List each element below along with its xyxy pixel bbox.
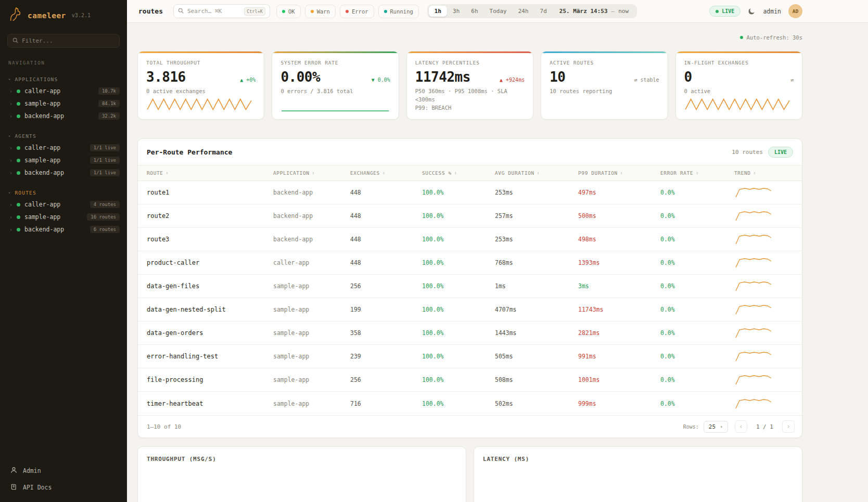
sidebar-item-agents-backend-app[interactable]: ›backend-app1/1 live — [0, 166, 127, 179]
sidebar-item-routes-caller-app[interactable]: ›caller-app4 routes — [0, 198, 127, 211]
range-button-1h[interactable]: 1h — [429, 6, 447, 17]
status-dot-icon — [17, 102, 20, 106]
cell-success: 100.0% — [422, 400, 495, 407]
sidebar-api-docs-link[interactable]: API Docs — [9, 479, 118, 496]
chip-dot-icon — [346, 10, 349, 13]
table-row-error-handling-test[interactable]: error-handling-test sample-app 239 100.0… — [138, 345, 802, 368]
table-row-file-processing[interactable]: file-processing sample-app 256 100.0% 50… — [138, 368, 802, 392]
column-header-success[interactable]: SUCCESS %↕ — [422, 170, 495, 176]
table-live-badge: LIVE — [768, 147, 793, 158]
filter-chip-warn[interactable]: Warn — [305, 5, 336, 18]
cell-success: 100.0% — [422, 329, 495, 337]
bottom-charts: THROUGHPUT (MSG/S)LATENCY (MS) — [137, 446, 802, 502]
section-header-agents[interactable]: ▾AGENTS — [0, 132, 127, 141]
column-header-application[interactable]: APPLICATION↕ — [273, 170, 350, 176]
cell-avg-duration: 502ms — [495, 400, 578, 407]
cell-application: backend-app — [273, 189, 350, 196]
sidebar-item-routes-sample-app[interactable]: ›sample-app16 routes — [0, 211, 127, 223]
table-row-timer-heartbeat[interactable]: timer-heartbeat sample-app 716 100.0% 50… — [138, 392, 802, 415]
cell-route: data-gen-nested-split — [147, 306, 273, 313]
column-header-route[interactable]: ROUTE↕ — [147, 170, 273, 176]
table-row-data-gen-files[interactable]: data-gen-files sample-app 256 100.0% 1ms… — [138, 275, 802, 298]
sidebar-item-badge: 84.1k — [98, 100, 120, 107]
table-row-route3[interactable]: route3 backend-app 448 100.0% 253ms 498m… — [138, 228, 802, 251]
global-search-input[interactable] — [187, 8, 240, 15]
sidebar-filter[interactable] — [7, 34, 120, 48]
user-name: admin — [763, 8, 781, 15]
cell-error-rate: 0.0% — [660, 353, 734, 360]
kpi-delta: ▲ +924ms — [500, 77, 525, 83]
dark-mode-toggle[interactable] — [748, 7, 756, 15]
global-search[interactable]: Ctrl+K — [173, 4, 270, 18]
table-row-data-gen-nested-split[interactable]: data-gen-nested-split sample-app 199 100… — [138, 298, 802, 321]
table-row-product-caller[interactable]: product-caller caller-app 448 100.0% 768… — [138, 251, 802, 275]
range-button-7d[interactable]: 7d — [534, 6, 553, 17]
rows-per-page-select[interactable]: 25 ▾ — [704, 421, 728, 433]
sort-icon: ↕ — [454, 171, 457, 175]
live-status-badge: LIVE — [709, 6, 741, 17]
cell-error-rate: 0.0% — [660, 189, 734, 196]
sidebar-item-agents-caller-app[interactable]: ›caller-app1/1 live — [0, 141, 127, 154]
table-row-data-gen-orders[interactable]: data-gen-orders sample-app 358 100.0% 14… — [138, 321, 802, 345]
next-page-button[interactable]: › — [782, 420, 795, 433]
status-dot-icon — [17, 146, 20, 150]
cell-avg-duration: 257ms — [495, 212, 578, 220]
section-header-applications[interactable]: ▾APPLICATIONS — [0, 75, 127, 85]
column-header-p99-duration[interactable]: P99 DURATION↕ — [578, 170, 660, 176]
delta-stable-icon: ⇄ — [634, 77, 637, 83]
range-button-today[interactable]: Today — [484, 6, 513, 17]
sidebar-admin-link[interactable]: Admin — [9, 462, 118, 479]
chevron-down-icon: ▾ — [8, 134, 11, 138]
column-header-trend[interactable]: TREND↕ — [734, 170, 802, 176]
column-header-exchanges[interactable]: EXCHANGES↕ — [350, 170, 422, 176]
sidebar-item-agents-sample-app[interactable]: ›sample-app1/1 live — [0, 154, 127, 166]
range-button-3h[interactable]: 3h — [447, 6, 465, 17]
delta-up-icon: ▲ — [500, 77, 503, 83]
prev-page-button[interactable]: ‹ — [735, 420, 747, 433]
brand: cameleer v3.2.1 — [0, 0, 127, 29]
sidebar-filter-input[interactable] — [22, 37, 114, 44]
cell-route: route2 — [147, 212, 273, 220]
table-row-route1[interactable]: route1 backend-app 448 100.0% 253ms 497m… — [138, 181, 802, 204]
kpi-card-active-routes: ACTIVE ROUTES 10 ⇄ stable 10 routes repo… — [541, 51, 668, 120]
table-row-route2[interactable]: route2 backend-app 448 100.0% 257ms 500m… — [138, 204, 802, 228]
avatar[interactable]: AD — [788, 4, 802, 18]
kpi-value: 11742ms — [415, 69, 470, 85]
filter-chip-error[interactable]: Error — [340, 5, 374, 18]
page-indicator: 1 / 1 — [756, 423, 773, 430]
chart-title: LATENCY (MS) — [483, 456, 793, 462]
chip-dot-icon — [282, 10, 285, 13]
sidebar-item-label: backend-app — [24, 169, 86, 176]
sort-icon: ↕ — [312, 171, 315, 175]
sidebar-section-applications: ▾APPLICATIONS›caller-app10.7k›sample-app… — [0, 75, 127, 122]
kpi-sparkline — [280, 95, 390, 114]
sidebar-item-badge: 16 routes — [87, 213, 120, 221]
trend-sparkline — [734, 374, 802, 385]
filter-chip-ok[interactable]: OK — [276, 5, 301, 18]
cell-exchanges: 448 — [350, 236, 422, 243]
sidebar-item-badge: 4 routes — [90, 201, 120, 208]
sidebar-item-routes-backend-app[interactable]: ›backend-app6 routes — [0, 223, 127, 236]
range-start-text: 25. März 14:53 — [559, 8, 608, 15]
sidebar-item-applications-backend-app[interactable]: ›backend-app32.2k — [0, 110, 127, 122]
section-header-routes[interactable]: ▾ROUTES — [0, 188, 127, 198]
range-button-6h[interactable]: 6h — [465, 6, 483, 17]
sidebar-item-applications-sample-app[interactable]: ›sample-app84.1k — [0, 97, 127, 110]
kpi-label: SYSTEM ERROR RATE — [280, 60, 390, 66]
cell-avg-duration: 768ms — [495, 259, 578, 266]
sidebar-section-routes: ▾ROUTES›caller-app4 routes›sample-app16 … — [0, 188, 127, 236]
sort-icon: ↕ — [537, 171, 540, 175]
filter-chip-running[interactable]: Running — [378, 5, 419, 18]
column-header-avg-duration[interactable]: AVG DURATION↕ — [495, 170, 578, 176]
range-button-24h[interactable]: 24h — [513, 6, 534, 17]
sidebar-item-applications-caller-app[interactable]: ›caller-app10.7k — [0, 85, 127, 97]
table-footer-right: Rows: 25 ▾ ‹ 1 / 1 › — [683, 420, 795, 433]
page-title: routes — [138, 7, 163, 15]
delta-up-icon: ▲ — [240, 77, 243, 83]
cell-application: backend-app — [273, 212, 350, 220]
sidebar-item-label: sample-app — [24, 100, 94, 107]
column-header-error-rate[interactable]: ERROR RATE↕ — [660, 170, 734, 176]
cell-avg-duration: 508ms — [495, 376, 578, 383]
kpi-value: 0.00% — [280, 69, 320, 85]
chevron-right-icon: › — [9, 145, 12, 151]
